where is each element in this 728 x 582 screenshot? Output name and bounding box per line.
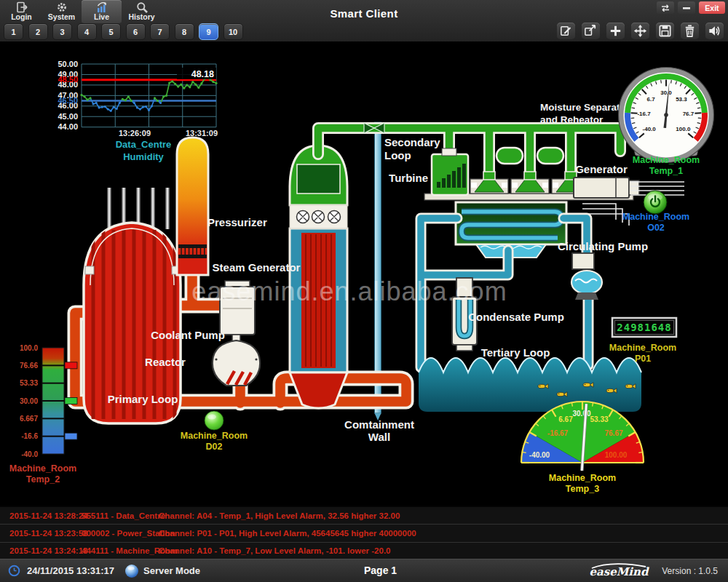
delete-button[interactable] <box>681 23 699 39</box>
fish-icon <box>538 384 548 388</box>
o02-caption-2: O02 <box>647 223 665 233</box>
status-version: Version : 1.0.5 <box>662 566 718 576</box>
svg-text:-16.7: -16.7 <box>637 111 651 117</box>
move-button[interactable] <box>631 23 649 39</box>
minimize-button[interactable] <box>678 1 695 14</box>
restore-button[interactable] <box>657 1 674 14</box>
alarm-message: Channel: A04 - Temp_1, High Level Alarm,… <box>159 511 728 520</box>
window-buttons: Exit <box>657 1 725 14</box>
alarm-row[interactable]: 2015-11-24 13:28:24555111 - Data_CentreC… <box>0 507 728 525</box>
edit-icon <box>558 23 574 39</box>
alarm-time: 2015-11-24 13:24:18 <box>9 546 82 555</box>
edit-button[interactable] <box>557 23 575 39</box>
watermark: easemind.en.alibaba.com <box>191 276 507 306</box>
svg-text:44.00: 44.00 <box>58 122 78 131</box>
page-button-6[interactable]: 6 <box>126 23 146 40</box>
fish-icon <box>606 388 617 393</box>
page-button-7[interactable]: 7 <box>150 23 170 40</box>
svg-text:-40.0: -40.0 <box>21 450 38 458</box>
temp3-caption-2: Temp_3 <box>566 484 599 494</box>
alarm-message: Channel: A10 - Temp_7, Low Level Alarm, … <box>159 546 728 555</box>
page-button-9[interactable]: 9 <box>199 23 218 40</box>
humidity-trend-chart: 50.0049.0048.0047.0046.0045.0044.0048.50… <box>58 60 218 138</box>
page-button-8[interactable]: 8 <box>175 23 194 40</box>
p01-value: 24981648 <box>617 322 671 333</box>
server-mode-icon <box>124 564 139 578</box>
page-button-5[interactable]: 5 <box>101 23 121 40</box>
nav-bar: Login System Live History <box>1 0 162 23</box>
label-secondary-loop-2: Loop <box>384 149 411 162</box>
svg-text:76.7: 76.7 <box>683 111 695 117</box>
temp3-caption-1: Machine_Room <box>549 473 616 483</box>
svg-text:53.33: 53.33 <box>20 379 38 387</box>
label-coolant-pump: Coolant Pump <box>151 329 225 341</box>
temp2-caption-1: Machine_Room <box>9 463 76 474</box>
d02-caption-2: D02 <box>206 442 223 452</box>
exit-button[interactable]: Exit <box>699 1 725 14</box>
alarm-source: 000002 - Power_Station <box>82 529 159 538</box>
status-mode: Server Mode <box>143 565 200 576</box>
o02-caption-1: Machine_Room <box>622 212 689 222</box>
temp1-caption-1: Machine_Room <box>633 155 700 165</box>
svg-text:45.00: 45.00 <box>58 112 78 121</box>
plant-diagram: Pressurizer Steam Generator Coolant Pump… <box>75 102 684 443</box>
alarm-row[interactable]: 2015-11-24 13:24:18444111 - Machine_Room… <box>0 543 728 560</box>
statusbar: 24/11/2015 13:31:17 Server Mode Page 1 e… <box>0 559 728 582</box>
bar-marker <box>65 398 77 404</box>
page-button-1[interactable]: 1 <box>4 23 23 40</box>
nav-live-label: Live <box>94 13 109 21</box>
lp-turbines <box>470 172 590 194</box>
svg-text:46.50: 46.50 <box>58 96 78 105</box>
page-button-2[interactable]: 2 <box>28 23 48 40</box>
svg-text:100.00: 100.00 <box>605 451 628 459</box>
power-button[interactable] <box>644 191 667 214</box>
label-reactor: Reactor <box>145 356 186 368</box>
page-button-3[interactable]: 3 <box>52 23 72 40</box>
svg-text:100.0: 100.0 <box>676 126 691 132</box>
page-button-4[interactable]: 4 <box>77 23 97 40</box>
chart-caption-1: Data_Centre <box>116 139 172 150</box>
temp3-gauge: -40.00-16.676.6730.0053.3376.67100.00 <box>521 402 644 471</box>
brand-text: easeMind <box>590 565 649 578</box>
label-turbine: Turbine <box>389 172 428 184</box>
svg-text:76.67: 76.67 <box>604 429 622 437</box>
restore-icon <box>660 3 671 13</box>
login-icon <box>16 1 28 13</box>
status-datetime: 24/11/2015 13:31:17 <box>27 565 114 576</box>
magnifier-icon <box>136 1 148 13</box>
save-button[interactable] <box>656 23 674 39</box>
nav-login-label: Login <box>11 13 32 21</box>
p01-caption-1: Machine_Room <box>609 343 676 353</box>
app-title: Smart Client <box>330 7 397 20</box>
delete-icon <box>682 23 697 39</box>
alarm-time: 2015-11-24 13:23:58 <box>9 529 82 538</box>
save-icon <box>657 23 673 39</box>
svg-text:30.0: 30.0 <box>660 89 672 96</box>
add-button[interactable] <box>606 23 625 39</box>
chart-current-value: 48.18 <box>191 69 214 79</box>
svg-text:50.00: 50.00 <box>58 60 78 68</box>
svg-text:13:26:09: 13:26:09 <box>119 129 151 137</box>
label-tertiary-loop: Tertiary Loop <box>481 346 550 359</box>
nav-history[interactable]: History <box>122 0 162 23</box>
alarm-message: Channel: P01 - P01, High Level Alarm, 45… <box>159 529 728 538</box>
sound-button[interactable] <box>705 23 724 39</box>
label-primary-loop: Primary Loop <box>108 393 178 405</box>
titlebar: Login System Live History Smart Client <box>0 0 728 43</box>
nav-login[interactable]: Login <box>1 0 41 23</box>
reactor-vessel <box>84 188 181 423</box>
label-moisture-2: and Reheator <box>540 114 604 125</box>
add-icon <box>608 23 623 39</box>
svg-text:100.0: 100.0 <box>20 344 38 352</box>
svg-text:6.667: 6.667 <box>20 415 38 423</box>
alarm-row[interactable]: 2015-11-24 13:23:58000002 - Power_Statio… <box>0 525 728 542</box>
toolbar <box>557 23 724 39</box>
hp-turbine <box>432 148 468 195</box>
svg-text:48.50: 48.50 <box>58 75 78 84</box>
nav-live[interactable]: Live <box>82 0 122 23</box>
page-button-10[interactable]: 10 <box>223 23 243 40</box>
export-button[interactable] <box>582 23 600 39</box>
bar-marker <box>65 433 77 439</box>
svg-text:-16.67: -16.67 <box>547 429 569 437</box>
nav-system[interactable]: System <box>41 0 82 23</box>
